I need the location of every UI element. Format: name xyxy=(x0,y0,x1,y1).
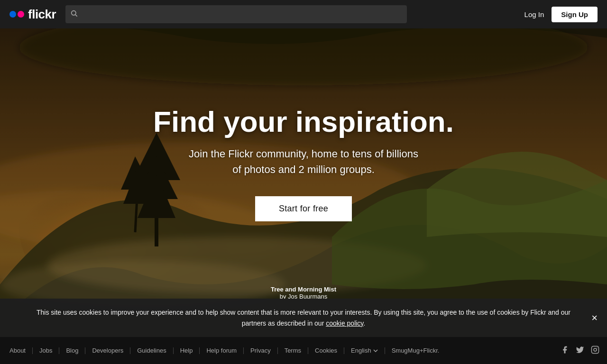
footer-help-forum[interactable]: Help forum xyxy=(200,347,243,354)
footer-language-selector[interactable]: English xyxy=(344,347,385,354)
footer-language-label: English xyxy=(351,347,371,354)
footer-help[interactable]: Help xyxy=(174,347,200,354)
signup-button[interactable]: Sign Up xyxy=(552,7,598,22)
footer-privacy[interactable]: Privacy xyxy=(244,347,277,354)
logo-dots xyxy=(9,11,24,18)
footer-about[interactable]: About xyxy=(8,347,32,354)
footer-guidelines[interactable]: Guidelines xyxy=(130,347,173,354)
footer-social xyxy=(561,346,599,356)
search-bar xyxy=(65,5,407,23)
facebook-icon[interactable] xyxy=(561,346,569,356)
cookie-banner: This site uses cookies to improve your e… xyxy=(0,299,607,337)
svg-rect-12 xyxy=(592,346,599,353)
footer-smugmug[interactable]: SmugMug+Flickr. xyxy=(385,347,446,354)
login-button[interactable]: Log In xyxy=(524,10,544,18)
footer-blog[interactable]: Blog xyxy=(59,347,85,354)
footer-terms[interactable]: Terms xyxy=(278,347,308,354)
chevron-down-icon xyxy=(373,348,378,353)
search-input[interactable] xyxy=(65,5,407,23)
nav-right: Log In Sign Up xyxy=(524,7,598,22)
cookie-policy-link[interactable]: cookie policy xyxy=(326,319,363,327)
photo-credit: Tree and Morning Mist by Jos Buurmans xyxy=(271,286,336,300)
cookie-text: This site uses cookies to improve your e… xyxy=(37,309,570,327)
svg-point-13 xyxy=(594,348,597,351)
photo-title: Tree and Morning Mist xyxy=(271,286,336,293)
logo[interactable]: flickr xyxy=(9,7,56,22)
footer: About Jobs Blog Developers Guidelines He… xyxy=(0,337,607,364)
logo-dot-pink xyxy=(18,11,24,18)
instagram-icon[interactable] xyxy=(591,346,599,356)
hero-subtitle-line2: of photos and 2 million groups. xyxy=(232,164,375,175)
hero-title: Find your inspiration. xyxy=(153,105,454,138)
search-icon xyxy=(70,9,78,19)
logo-text: flickr xyxy=(28,7,56,22)
footer-jobs[interactable]: Jobs xyxy=(33,347,59,354)
logo-dot-blue xyxy=(9,11,16,18)
hero-subtitle-line1: Join the Flickr community, home to tens … xyxy=(189,148,418,160)
cta-button[interactable]: Start for free xyxy=(255,196,352,221)
hero-subtitle: Join the Flickr community, home to tens … xyxy=(189,146,418,177)
twitter-icon[interactable] xyxy=(576,346,584,356)
cookie-close-button[interactable]: × xyxy=(591,313,598,323)
header: flickr Log In Sign Up xyxy=(0,0,607,28)
svg-point-0 xyxy=(72,11,76,15)
svg-line-1 xyxy=(75,15,77,17)
footer-developers[interactable]: Developers xyxy=(85,347,130,354)
svg-point-14 xyxy=(597,347,598,348)
footer-cookies[interactable]: Cookies xyxy=(308,347,344,354)
